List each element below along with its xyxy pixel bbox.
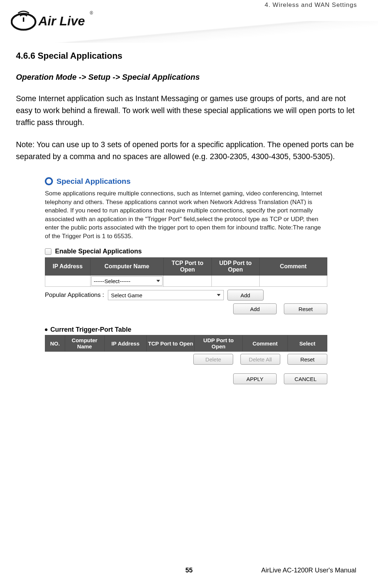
embedded-screenshot: Special Applications Some applications r… xyxy=(45,177,327,384)
apply-row: APPLY CANCEL xyxy=(45,373,327,384)
computer-name-select[interactable]: ------Select------ xyxy=(91,276,163,286)
tcol-computer-name: Computer Name xyxy=(65,335,104,352)
col-computer-name: Computer Name xyxy=(90,258,164,276)
col-tcp: TCP Port to Open xyxy=(164,258,211,276)
reset-trigger-button[interactable]: Reset xyxy=(287,354,327,365)
bullet-icon xyxy=(45,328,47,331)
trigger-table-title: Current Trigger-Port Table xyxy=(50,326,131,334)
svg-text:®: ® xyxy=(90,11,93,16)
udp-port-input[interactable] xyxy=(211,276,259,287)
note-paragraph: Note: You can use up to 3 sets of opened… xyxy=(16,139,361,163)
col-udp: UDP Port to Open xyxy=(211,258,259,276)
intro-paragraph: Some Internet application such as Instan… xyxy=(16,93,361,129)
tcol-comment: Comment xyxy=(243,335,288,352)
computer-name-select-cell: ------Select------ xyxy=(90,276,164,287)
enable-checkbox[interactable] xyxy=(45,248,51,255)
add-button[interactable]: Add xyxy=(233,303,277,314)
chapter-title: 4. Wireless and WAN Settings xyxy=(265,1,357,9)
input-buttons-row: Add Reset xyxy=(45,303,327,314)
breadcrumb: Operation Mode -> Setup -> Special Appli… xyxy=(16,73,361,82)
trigger-buttons-row: Delete Delete All Reset xyxy=(45,354,327,365)
comment-input[interactable] xyxy=(260,276,327,287)
page-footer: 55 AirLive AC-1200R User's Manual xyxy=(0,567,378,574)
page-number: 55 xyxy=(185,567,193,574)
ip-input[interactable] xyxy=(45,276,91,287)
tcol-no: NO. xyxy=(45,335,65,352)
section-icon xyxy=(45,177,53,185)
section-heading: 4.6.6 Special Applications xyxy=(16,51,361,61)
panel-title-row: Special Applications xyxy=(45,177,327,186)
popular-apps-select[interactable]: Select Game xyxy=(108,290,224,300)
popular-apps-label: Popular Applications : xyxy=(45,291,104,299)
col-ip: IP Address xyxy=(45,258,91,276)
delete-all-button[interactable]: Delete All xyxy=(240,354,280,365)
page-header: 4. Wireless and WAN Settings Air Live ® xyxy=(0,0,378,40)
header-swoosh xyxy=(0,21,378,43)
tcol-tcp: TCP Port to Open xyxy=(147,335,194,352)
trigger-table-header-row: Current Trigger-Port Table xyxy=(45,326,327,334)
cancel-button[interactable]: CANCEL xyxy=(284,373,327,384)
manual-name: AirLive AC-1200R User's Manual xyxy=(261,567,356,574)
delete-button[interactable]: Delete xyxy=(193,354,233,365)
chevron-down-icon xyxy=(217,294,220,296)
page-content: 4.6.6 Special Applications Operation Mod… xyxy=(0,40,378,384)
panel-description: Some applications require multiple conne… xyxy=(45,189,327,240)
chevron-down-icon xyxy=(156,280,160,282)
tcp-port-input[interactable] xyxy=(164,276,211,287)
input-table: IP Address Computer Name TCP Port to Ope… xyxy=(45,257,327,287)
col-comment: Comment xyxy=(260,258,327,276)
select-value: ------Select------ xyxy=(94,278,131,284)
apply-button[interactable]: APPLY xyxy=(233,373,277,384)
popular-apps-value: Select Game xyxy=(111,292,143,298)
enable-row: Enable Special Applications xyxy=(45,248,327,255)
tcol-select: Select xyxy=(287,335,327,352)
reset-button[interactable]: Reset xyxy=(284,303,327,314)
panel-title: Special Applications xyxy=(56,177,131,186)
tcol-ip: IP Address xyxy=(104,335,147,352)
add-popular-button[interactable]: Add xyxy=(227,290,264,301)
popular-apps-row: Popular Applications : Select Game Add xyxy=(45,290,327,301)
enable-label: Enable Special Applications xyxy=(55,248,142,255)
trigger-table: NO. Computer Name IP Address TCP Port to… xyxy=(45,335,327,352)
tcol-udp: UDP Port to Open xyxy=(194,335,242,352)
